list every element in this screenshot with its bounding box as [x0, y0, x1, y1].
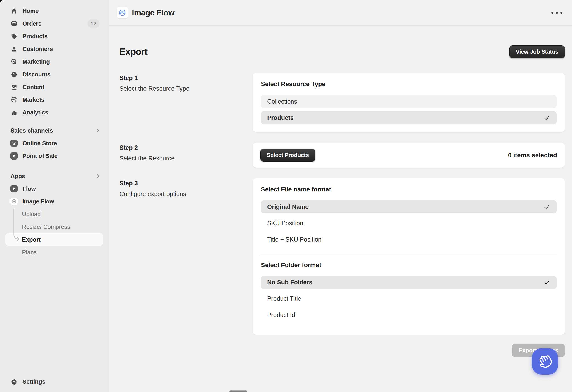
card-divider — [261, 255, 556, 255]
main-area: Image Flow Export View Job Status Step 1… — [109, 0, 572, 392]
sidebar-item-label: Content — [22, 84, 44, 91]
folder-format-option-product-id[interactable]: Product Id — [261, 309, 556, 322]
discounts-icon — [10, 71, 18, 78]
sidebar-item-label: Markets — [22, 96, 44, 103]
sidebar-item-label: Image Flow — [22, 198, 54, 205]
select-products-button[interactable]: Select Products — [260, 149, 315, 162]
sidebar-item-content[interactable]: Content — [5, 81, 103, 93]
file-format-option-title-sku-position[interactable]: Title + SKU Position — [261, 233, 556, 246]
view-job-status-button[interactable]: View Job Status — [509, 45, 565, 58]
sidebar-section-apps[interactable]: Apps — [5, 170, 103, 182]
sidebar-item-settings[interactable]: Settings — [5, 375, 103, 388]
sidebar-item-label: Online Store — [22, 140, 57, 147]
chevron-right-icon — [95, 173, 101, 179]
page-app-title: Image Flow — [132, 8, 175, 17]
step-subtitle: Select the Resource — [119, 155, 253, 162]
orders-count-badge: 12 — [88, 19, 99, 28]
sidebar: Home Orders 12 Products Customers — [0, 0, 109, 392]
step-1-label: Step 1 Select the Resource Type — [119, 73, 253, 132]
sidebar-item-products[interactable]: Products — [5, 30, 103, 43]
sidebar-item-customers[interactable]: Customers — [5, 43, 103, 55]
check-icon — [543, 204, 550, 210]
sidebar-item-online-store[interactable]: Online Store — [5, 137, 103, 150]
home-icon — [10, 7, 18, 15]
assistant-fab-button[interactable] — [532, 348, 558, 375]
items-selected-count: 0 items selected — [508, 152, 557, 159]
settings-icon — [10, 378, 18, 385]
point-of-sale-icon: S — [10, 152, 18, 159]
folder-format-option-product-title[interactable]: Product Title — [261, 292, 556, 305]
ellipsis-menu-icon[interactable] — [549, 9, 565, 16]
sidebar-section-sales-channels[interactable]: Sales channels — [5, 124, 103, 137]
sidebar-item-label: Point of Sale — [22, 153, 58, 159]
sidebar-item-label: Analytics — [22, 109, 48, 116]
image-flow-icon — [10, 198, 18, 205]
card-title: Select Resource Type — [261, 80, 556, 88]
sidebar-subitem-resize-compress[interactable]: Resize/ Compress — [5, 220, 103, 233]
sidebar-item-image-flow[interactable]: Image Flow — [5, 195, 103, 208]
sidebar-item-orders[interactable]: Orders 12 — [5, 17, 103, 30]
export-page: Export View Job Status Step 1 Select the… — [109, 26, 572, 392]
sidebar-item-label: Orders — [22, 20, 41, 27]
app-header: Image Flow — [109, 0, 572, 26]
step-subtitle: Configure export options — [119, 190, 253, 198]
sidebar-item-flow[interactable]: Flow — [5, 182, 103, 195]
image-flow-app-icon — [117, 7, 128, 18]
step-title: Step 2 — [119, 144, 253, 151]
resource-type-option-collections[interactable]: Collections — [261, 95, 556, 108]
sidebar-item-label: Settings — [22, 378, 45, 385]
check-icon — [543, 114, 550, 121]
resource-select-card: Select Products 0 items selected — [253, 142, 565, 168]
sidebar-item-label: Customers — [22, 46, 53, 53]
resource-type-option-products[interactable]: Products — [261, 111, 556, 125]
sidebar-item-marketing[interactable]: Marketing — [5, 55, 103, 68]
export-options-card: Select File name format Original Name SK… — [253, 178, 565, 335]
sidebar-subitem-plans[interactable]: Plans — [5, 246, 103, 259]
sidebar-item-label: Marketing — [22, 58, 50, 65]
step-2-label: Step 2 Select the Resource — [119, 142, 253, 168]
sidebar-item-home[interactable]: Home — [5, 4, 103, 17]
folder-format-title: Select Folder format — [261, 262, 556, 269]
file-format-title: Select File name format — [261, 186, 556, 193]
customers-icon — [10, 45, 18, 53]
sidebar-subitem-export[interactable]: Export — [5, 233, 103, 246]
step-3-label: Step 3 Configure export options — [119, 178, 253, 335]
analytics-icon — [10, 109, 18, 116]
sidebar-item-label: Flow — [22, 185, 36, 192]
sidebar-subitem-upload[interactable]: Upload — [5, 208, 103, 220]
sidebar-item-label: Home — [22, 7, 39, 15]
file-format-option-sku-position[interactable]: SKU Position — [261, 217, 556, 230]
svg-text:$: $ — [15, 99, 16, 103]
sidebar-item-label: Products — [22, 33, 48, 40]
resource-type-card: Select Resource Type Collections Product… — [253, 73, 565, 132]
chevron-right-icon — [95, 127, 101, 133]
markets-icon: $ — [10, 96, 18, 103]
sidebar-item-point-of-sale[interactable]: S Point of Sale — [5, 150, 103, 162]
bottom-edge-tab[interactable] — [229, 390, 247, 392]
step-title: Step 3 — [119, 180, 253, 187]
step-subtitle: Select the Resource Type — [119, 85, 253, 92]
flow-icon — [10, 185, 18, 192]
step-title: Step 1 — [119, 75, 253, 81]
app-shell: Home Orders 12 Products Customers — [0, 0, 572, 392]
online-store-icon — [10, 140, 18, 147]
content-icon — [10, 83, 18, 91]
waving-hand-icon — [538, 354, 552, 368]
sidebar-item-markets[interactable]: $ Markets — [5, 93, 103, 106]
check-icon — [543, 279, 550, 286]
products-icon — [10, 33, 18, 40]
sidebar-item-label: Discounts — [22, 71, 50, 78]
marketing-icon — [10, 58, 18, 65]
sidebar-item-analytics[interactable]: Analytics — [5, 106, 103, 119]
folder-format-option-no-sub-folders[interactable]: No Sub Folders — [261, 276, 556, 289]
orders-icon — [10, 20, 18, 27]
sidebar-item-discounts[interactable]: Discounts — [5, 68, 103, 81]
page-title: Export — [119, 47, 147, 57]
svg-text:S: S — [14, 155, 15, 157]
file-format-option-original-name[interactable]: Original Name — [261, 200, 556, 213]
